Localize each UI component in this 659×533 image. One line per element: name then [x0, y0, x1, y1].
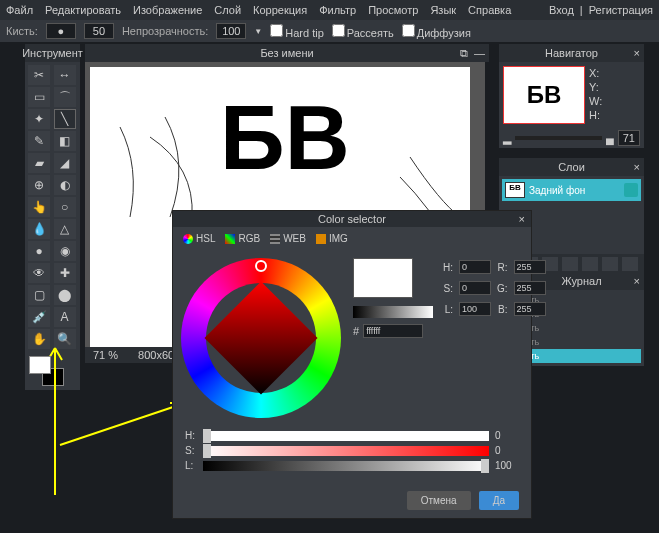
- eyedrop-tool[interactable]: 💉: [28, 307, 50, 327]
- canvas-text: БВ: [220, 87, 350, 190]
- nav-title: Навигатор: [545, 47, 598, 59]
- menu-lang[interactable]: Язык: [430, 4, 456, 16]
- l-input[interactable]: 100: [459, 302, 491, 316]
- down-icon[interactable]: [562, 257, 578, 271]
- menu-view[interactable]: Просмотр: [368, 4, 418, 16]
- brush-tool[interactable]: ╲: [54, 109, 76, 129]
- register-link[interactable]: Регистрация: [589, 4, 653, 16]
- l-slider[interactable]: [203, 461, 489, 471]
- blur-tool[interactable]: 💧: [28, 219, 50, 239]
- hex-input[interactable]: ffffff: [363, 324, 423, 338]
- opacity-value[interactable]: 100: [216, 23, 246, 39]
- sep: |: [580, 4, 583, 16]
- wand-tool[interactable]: ✦: [28, 109, 50, 129]
- layers-title: Слои: [558, 161, 585, 173]
- hardtip-check[interactable]: Hard tip: [270, 24, 324, 39]
- marquee-tool[interactable]: ▭: [28, 87, 50, 107]
- nav-h: H:: [589, 108, 602, 122]
- navigator-panel: Навигатор× БВ X: Y: W: H: ▂ ▄ 71: [499, 44, 644, 148]
- layer-thumb: БВ: [505, 182, 525, 198]
- tab-hsl[interactable]: HSL: [183, 233, 215, 244]
- foreground-swatch[interactable]: [29, 356, 51, 374]
- nav-x: X:: [589, 66, 602, 80]
- nav-zoom[interactable]: 71: [618, 130, 640, 146]
- color-wheel[interactable]: [181, 258, 341, 418]
- h-slider[interactable]: [203, 431, 489, 441]
- login-link[interactable]: Вход: [549, 4, 574, 16]
- s-input[interactable]: 0: [459, 281, 491, 295]
- menu-file[interactable]: Файл: [6, 4, 33, 16]
- tools-panel: Инструмент ✂ ↔ ▭ ⌒ ✦ ╲ ✎ ◧ ▰ ◢ ⊕ ◐ 👆 ○ 💧…: [25, 44, 80, 390]
- sponge-tool[interactable]: ○: [54, 197, 76, 217]
- minimize-icon[interactable]: —: [474, 47, 485, 60]
- dodge-tool[interactable]: ●: [28, 241, 50, 261]
- close-icon[interactable]: ×: [519, 211, 525, 227]
- ok-button[interactable]: Да: [479, 491, 519, 510]
- layer-name: Задний фон: [529, 185, 620, 196]
- zoom-slider[interactable]: [515, 136, 602, 140]
- r-input[interactable]: 255: [514, 260, 546, 274]
- tools-title: Инструмент: [22, 47, 83, 59]
- smudge-tool[interactable]: 👆: [28, 197, 50, 217]
- cs-title: Color selector: [318, 213, 386, 225]
- eraser-tool[interactable]: ◧: [54, 131, 76, 151]
- journal-title: Журнал: [561, 275, 601, 287]
- tab-rgb[interactable]: RGB: [225, 233, 260, 244]
- cancel-button[interactable]: Отмена: [407, 491, 471, 510]
- lock-icon[interactable]: [624, 183, 638, 197]
- trash-icon[interactable]: [622, 257, 638, 271]
- close-icon[interactable]: ×: [634, 161, 640, 173]
- lasso-tool[interactable]: ⌒: [54, 87, 76, 107]
- b-input[interactable]: 255: [514, 302, 546, 316]
- document-title: Без имени: [260, 47, 313, 59]
- dropdown-icon[interactable]: ▼: [254, 27, 262, 36]
- zoom-in-icon[interactable]: ▄: [606, 132, 614, 144]
- color-selector-dialog: Color selector× HSL RGB WEB IMG H:0 R:25…: [172, 210, 532, 519]
- brush-preview[interactable]: ●: [46, 23, 76, 39]
- popout-icon[interactable]: ⧉: [460, 47, 468, 60]
- menu-adjust[interactable]: Коррекция: [253, 4, 307, 16]
- hue-marker[interactable]: [255, 260, 267, 272]
- nav-y: Y:: [589, 80, 602, 94]
- nav-thumbnail[interactable]: БВ: [503, 66, 585, 124]
- clone-tool[interactable]: ⊕: [28, 175, 50, 195]
- h-input[interactable]: 0: [459, 260, 491, 274]
- document-tab: Без имени ⧉ —: [85, 44, 489, 62]
- mask-icon[interactable]: [602, 257, 618, 271]
- sharpen-tool[interactable]: △: [54, 219, 76, 239]
- zoom-out-icon[interactable]: ▂: [503, 132, 511, 145]
- brush-size[interactable]: 50: [84, 23, 114, 39]
- move-tool[interactable]: ↔: [54, 65, 76, 85]
- zoom-value: 71: [93, 349, 105, 361]
- color-preview: [353, 258, 413, 298]
- merge-icon[interactable]: [582, 257, 598, 271]
- close-icon[interactable]: ×: [634, 275, 640, 287]
- opacity-label: Непрозрачность:: [122, 25, 208, 37]
- tab-web[interactable]: WEB: [270, 233, 306, 244]
- menu-help[interactable]: Справка: [468, 4, 511, 16]
- menu-bar: Файл Редактировать Изображение Слой Корр…: [0, 0, 659, 20]
- heal-tool[interactable]: ✚: [54, 263, 76, 283]
- bucket-tool[interactable]: ▰: [28, 153, 50, 173]
- menu-image[interactable]: Изображение: [133, 4, 202, 16]
- close-icon[interactable]: ×: [634, 47, 640, 59]
- tab-img[interactable]: IMG: [316, 233, 348, 244]
- replace-tool[interactable]: ◐: [54, 175, 76, 195]
- shape-tool[interactable]: ▢: [28, 285, 50, 305]
- g-input[interactable]: 255: [514, 281, 546, 295]
- brush-label: Кисть:: [6, 25, 38, 37]
- scatter-check[interactable]: Рассеять: [332, 24, 394, 39]
- burn-tool[interactable]: ◉: [54, 241, 76, 261]
- s-slider[interactable]: [203, 446, 489, 456]
- pencil-tool[interactable]: ✎: [28, 131, 50, 151]
- crop-tool[interactable]: ✂: [28, 65, 50, 85]
- menu-filter[interactable]: Фильтр: [319, 4, 356, 16]
- gradient-tool[interactable]: ◢: [54, 153, 76, 173]
- menu-layer[interactable]: Слой: [214, 4, 241, 16]
- layer-row[interactable]: БВ Задний фон: [502, 179, 641, 201]
- menu-edit[interactable]: Редактировать: [45, 4, 121, 16]
- diffuse-check[interactable]: Диффузия: [402, 24, 471, 39]
- redeye-tool[interactable]: 👁: [28, 263, 50, 283]
- misc-tool[interactable]: ⬤: [54, 285, 76, 305]
- type-tool[interactable]: A: [54, 307, 76, 327]
